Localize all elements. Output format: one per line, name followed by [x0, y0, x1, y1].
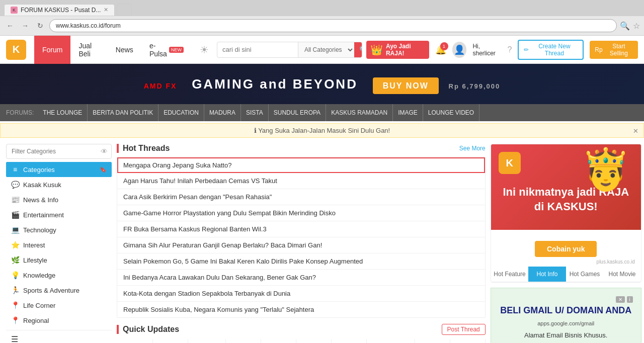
close-tab-button[interactable]: ✕ — [104, 7, 108, 13]
forum-nav-berita[interactable]: BERITA DAN POLITIK — [88, 104, 158, 121]
ad-close-x-button[interactable]: ✕ — [616, 296, 625, 303]
thread-item-8[interactable]: Kota-Kota dengan Stadion Sepakbola Terba… — [117, 286, 485, 302]
thread-item-0[interactable]: Mengapa Orang Jepang Suka Natto? — [117, 157, 485, 173]
sidebar-item-life-corner[interactable]: 📍 Life Corner — [6, 298, 112, 313]
main-nav: Forum Jual Beli News e-Pulsa NEW — [34, 36, 192, 63]
sports-icon: 🏃 — [11, 286, 19, 294]
sidebar-item-technology[interactable]: 💻 Technology — [6, 222, 112, 237]
reload-button[interactable]: ↻ — [34, 20, 46, 32]
tab-hot-games[interactable]: Hot Games — [566, 267, 604, 282]
forum-nav: FORUMS: THE LOUNGE BERITA DAN POLITIK ED… — [0, 104, 644, 121]
forum-nav-madura[interactable]: MADURA — [204, 104, 241, 121]
search-button[interactable]: 🔍 — [354, 42, 362, 57]
thread-item-4[interactable]: FR Buka Bersama Kaskus Regional Banten W… — [117, 221, 485, 237]
ad-banner-content: AMD FX GAMING and BEYOND BUY NOW Rp 6,79… — [144, 76, 501, 92]
cat-tab-sports[interactable]: 🏃 Sports & Adventure — [367, 339, 415, 343]
raja-character: 🤴 — [581, 149, 631, 190]
notification-close-button[interactable]: ✕ — [633, 127, 638, 134]
see-more-button[interactable]: See More — [459, 145, 486, 152]
nav-forum[interactable]: Forum — [34, 36, 70, 64]
category-tabs: 💬 Kasak Kusuk 📰 News & Info 🎬 Entertainm… — [117, 339, 486, 343]
thread-item-2[interactable]: Cara Asik Berkirim Pesan dengan "Pesan R… — [117, 189, 485, 205]
banner-title: GAMING and BEYOND — [192, 76, 358, 92]
cobain-button[interactable]: Cobain yuk — [535, 241, 597, 257]
forum-nav-image[interactable]: IMAGE — [393, 104, 423, 121]
forum-nav-lounge-video[interactable]: LOUNGE VIDEO — [423, 104, 479, 121]
bookmark-sidebar-icon[interactable]: 🔖 — [100, 166, 107, 173]
filter-categories-input[interactable] — [6, 144, 112, 159]
sidebar-item-regional[interactable]: 📍 Regional — [6, 313, 112, 328]
zoom-button[interactable]: 🔍 — [620, 21, 630, 31]
sidebar-item-kasak-kusuk[interactable]: 💬 Kasak Kusuk — [6, 177, 112, 192]
list-icon: ☰ — [11, 334, 18, 343]
more-nav-button[interactable]: ☀ — [200, 44, 209, 56]
sidebar-item-entertainment[interactable]: 🎬 Entertainment — [6, 207, 112, 222]
cat-tab-knowledge[interactable]: 💡 Knowledge — [332, 339, 367, 343]
notification-button[interactable]: 🔔 1 — [435, 44, 446, 55]
tab-hot-feature[interactable]: Hot Feature — [491, 267, 529, 282]
forum-nav-sista[interactable]: SISTA — [241, 104, 269, 121]
sidebar-label-ent: Entertainment — [23, 211, 64, 219]
help-icon[interactable]: ? — [508, 45, 512, 54]
search-input[interactable] — [217, 46, 298, 53]
sidebar-label-categories: Categories — [23, 166, 55, 174]
tab-favicon: K — [11, 7, 18, 14]
user-avatar[interactable]: 👤 — [452, 42, 467, 58]
sidebar-item-lifestyle[interactable]: 🌿 Lifestyle — [6, 252, 112, 268]
thread-item-3[interactable]: Game-Game Horror Playstation yang Dulu S… — [117, 205, 485, 221]
sidebar-label-tech: Technology — [23, 226, 56, 234]
filter-eye-icon[interactable]: 👁 — [101, 147, 108, 155]
cat-tab-kasak[interactable]: 💬 Kasak Kusuk — [117, 339, 153, 343]
cat-tab-lifestyle[interactable]: 🌿 Lifestyle — [296, 339, 332, 343]
start-selling-button[interactable]: Rp Start Selling — [590, 41, 638, 59]
cobain-wrap: Cobain yuk — [491, 230, 641, 257]
sidebar-item-categories[interactable]: ≡ Categories 🔖 — [6, 162, 112, 177]
tab-hot-info[interactable]: Hot Info — [528, 267, 566, 282]
notif-count: 1 — [440, 42, 448, 50]
cat-tab-news[interactable]: 📰 News & Info — [153, 339, 188, 343]
back-button[interactable]: ← — [4, 20, 16, 32]
active-tab[interactable]: K FORUM KASKUS - Pusat D... ✕ — [4, 4, 115, 16]
forum-nav-lounge[interactable]: THE LOUNGE — [38, 104, 88, 121]
post-thread-button[interactable]: Post Thread — [442, 324, 486, 335]
forum-nav-sundul[interactable]: SUNDUL EROPA — [269, 104, 326, 121]
tab-hot-movie[interactable]: Hot Movie — [603, 267, 641, 282]
thread-item-9[interactable]: Republik Sosialis Kuba, Negara Komunis y… — [117, 302, 485, 317]
address-bar[interactable] — [49, 19, 617, 32]
create-thread-button[interactable]: ✏ Create New Thread — [518, 40, 584, 60]
kaskus-logo[interactable]: K — [6, 40, 26, 60]
thread-item-1[interactable]: Agan Harus Tahu! Inilah Perbedaan Cemas … — [117, 173, 485, 189]
sidebar-item-knowledge[interactable]: 💡 Knowledge — [6, 268, 112, 283]
ad-banner[interactable]: AMD FX GAMING and BEYOND BUY NOW Rp 6,79… — [0, 64, 644, 104]
ad-info-button[interactable]: i — [627, 296, 633, 303]
bookmark-button[interactable]: ☆ — [633, 21, 640, 31]
thread-item-5[interactable]: Gimana Sih Alur Peraturan Ganjil Genap B… — [117, 237, 485, 253]
sidebar-label-news: News & Info — [23, 196, 58, 204]
thread-item-6[interactable]: Selain Pokemon Go, 5 Game Ini Bakal Kere… — [117, 253, 485, 270]
cat-tab-entertainment[interactable]: 🎬 Entertainment — [188, 339, 226, 343]
raja-banner[interactable]: 👑 Ayo Jadi RAJA! — [366, 41, 429, 59]
nav-epulsa[interactable]: e-Pulsa NEW — [141, 36, 192, 64]
sidebar-item-interest[interactable]: ⭐ Interest — [6, 237, 112, 252]
search-category-select[interactable]: All Categories — [298, 42, 354, 57]
right-nav: 👑 Ayo Jadi RAJA! 🔔 1 👤 Hi, sherlicer ? ✏… — [366, 40, 638, 60]
cat-tab-interest[interactable]: ⭐ Interest — [261, 339, 296, 343]
sidebar-list-button[interactable]: ☰ — [6, 330, 112, 343]
nav-jual-beli[interactable]: Jual Beli — [70, 36, 107, 64]
forward-button[interactable]: → — [19, 20, 31, 32]
cat-tab-regional[interactable]: 📍 Regional — [450, 339, 486, 343]
sidebar-label-kasak: Kasak Kusuk — [23, 181, 61, 189]
forums-label: FORUMS: — [6, 109, 34, 116]
buy-now-button[interactable]: BUY NOW — [373, 77, 439, 94]
forum-nav-ramadan[interactable]: KASKUS RAMADAN — [326, 104, 393, 121]
new-tab-button[interactable] — [117, 4, 132, 16]
nav-news[interactable]: News — [108, 36, 141, 64]
cat-tab-tech[interactable]: 💻 Technology — [226, 339, 261, 343]
sidebar-item-news-info[interactable]: 📰 News & Info — [6, 192, 112, 207]
forum-nav-education[interactable]: EDUCATION — [158, 104, 204, 121]
browser-chrome: K FORUM KASKUS - Pusat D... ✕ ← → ↻ 🔍 ☆ — [0, 0, 644, 36]
kaskus-promo-card: K 🤴 Ini nikmatnya jadi RAJA di KASKUS! C… — [491, 144, 641, 283]
cat-tab-life-corner[interactable]: 📍 Life Corner — [415, 339, 450, 343]
thread-item-7[interactable]: Ini Bedanya Acara Lawakan Dulu Dan Sekar… — [117, 270, 485, 286]
sidebar-item-sports[interactable]: 🏃 Sports & Adventure — [6, 283, 112, 298]
